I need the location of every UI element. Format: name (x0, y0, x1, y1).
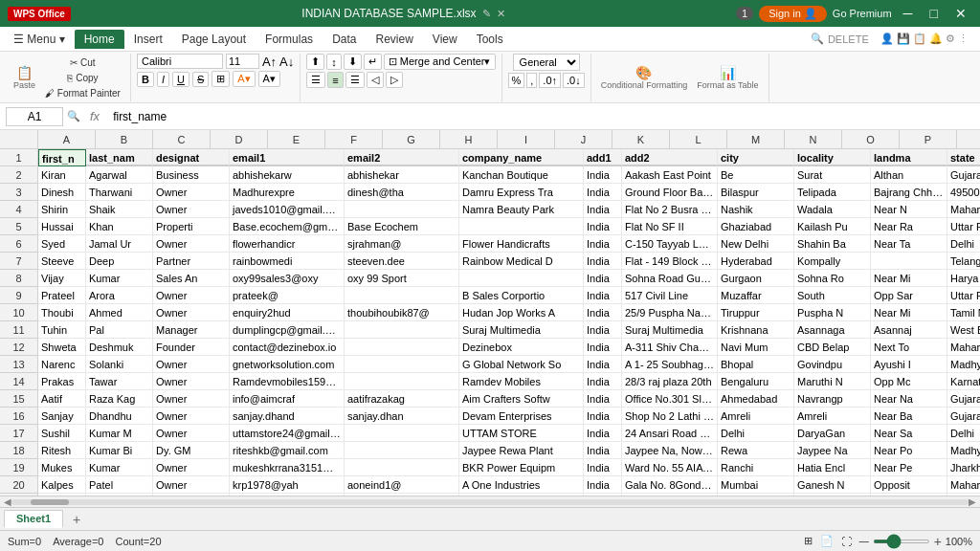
data-cell[interactable]: Nashik (718, 201, 794, 218)
data-cell[interactable]: Kumar (86, 459, 153, 476)
corner-cell[interactable] (0, 130, 38, 149)
decrease-decimal-button[interactable]: .0↓ (563, 73, 585, 88)
formulas-tab[interactable]: Formulas (256, 30, 323, 49)
data-cell[interactable]: Tamil N (947, 304, 980, 321)
data-cell[interactable]: Suraj Multimedia (622, 321, 718, 339)
data-cell[interactable] (345, 339, 459, 356)
data-cell[interactable]: Gujara (947, 408, 980, 425)
data-cell[interactable]: Near Sa (871, 425, 947, 442)
data-cell[interactable]: Navrangp (794, 390, 871, 408)
data-cell[interactable]: Office No.301 Sloka (622, 390, 718, 408)
data-cell[interactable]: Patel (86, 476, 153, 494)
data-cell[interactable]: Owner (153, 390, 230, 408)
data-cell[interactable]: Near Ta (871, 235, 947, 253)
row-header-10[interactable]: 10 (0, 304, 38, 321)
data-cell[interactable]: Steeve (38, 253, 86, 270)
increase-decimal-button[interactable]: .0↑ (539, 73, 561, 88)
menu-tab[interactable]: ☰ Menu ▾ (4, 30, 75, 49)
data-cell[interactable]: Amreli (718, 408, 794, 425)
data-cell[interactable]: Owner (153, 304, 230, 321)
data-cell[interactable]: Khan (86, 218, 153, 235)
zoom-out-button[interactable]: ─ (859, 534, 869, 549)
data-cell[interactable]: Properti (153, 218, 230, 235)
data-cell[interactable]: Amreli (794, 408, 871, 425)
data-cell[interactable]: Puspha N (794, 304, 871, 321)
data-cell[interactable]: Madhy (947, 356, 980, 373)
expand-icon[interactable]: 🔍 (67, 110, 80, 122)
row-header-12[interactable]: 12 (0, 339, 38, 356)
data-cell[interactable]: 495001 (947, 184, 980, 201)
data-cell[interactable]: Partner (153, 253, 230, 270)
data-cell[interactable]: India (584, 390, 622, 408)
data-cell[interactable]: Opposit (871, 476, 947, 494)
data-cell[interactable]: Ramdevmobiles1598@gm (230, 373, 345, 390)
data-cell[interactable]: Thoubi (38, 304, 86, 321)
data-cell[interactable]: Hyderabad (718, 253, 794, 270)
data-cell[interactable]: Ganesh N (794, 476, 871, 494)
italic-button[interactable]: I (157, 72, 169, 87)
maximize-button[interactable]: □ (924, 6, 944, 21)
data-cell[interactable]: Maruthi N (794, 373, 871, 390)
data-cell[interactable]: Business (153, 166, 230, 184)
cell-reference-input[interactable] (6, 107, 63, 126)
data-cell[interactable]: India (584, 253, 622, 270)
data-cell[interactable]: Next To (871, 339, 947, 356)
data-cell[interactable]: Suraj Multimedia (459, 321, 584, 339)
data-cell[interactable]: India (584, 373, 622, 390)
wrap-text-button[interactable]: ↵ (364, 54, 382, 70)
data-cell[interactable]: Surat (794, 166, 871, 184)
data-cell[interactable]: India (584, 235, 622, 253)
data-cell[interactable]: Namra Beauty Park (459, 201, 584, 218)
data-cell[interactable]: Ritesh (38, 442, 86, 459)
data-cell[interactable]: UTTAM STORE (459, 425, 584, 442)
data-cell[interactable]: Mahar (947, 339, 980, 356)
data-cell[interactable]: Bajrang Chhatt (871, 184, 947, 201)
data-cell[interactable]: prateek@ (230, 287, 345, 304)
data-cell[interactable]: Narenc (38, 356, 86, 373)
data-cell[interactable]: India (584, 476, 622, 494)
data-cell[interactable]: BKR Power Equipm (459, 459, 584, 476)
data-cell[interactable]: Tiruppur (718, 304, 794, 321)
align-bottom-button[interactable]: ⬇ (344, 54, 362, 70)
data-tab[interactable]: Data (323, 30, 366, 49)
row-header-16[interactable]: 16 (0, 408, 38, 425)
row-header-15[interactable]: 15 (0, 390, 38, 408)
data-cell[interactable]: Tuhin (38, 321, 86, 339)
data-cell[interactable]: India (584, 321, 622, 339)
data-cell[interactable]: Owner (153, 408, 230, 425)
data-cell[interactable]: Althan (871, 166, 947, 184)
data-cell[interactable]: info@aimcraf (230, 390, 345, 408)
data-cell[interactable]: A 1- 25 Soubhagya N (622, 356, 718, 373)
formula-input[interactable] (109, 108, 974, 125)
data-cell[interactable]: sanjay.dhand (230, 408, 345, 425)
sign-in-button[interactable]: Sign in 👤 (759, 6, 827, 22)
col-header-p[interactable]: P (900, 130, 957, 149)
header-cell-add2[interactable]: add2 (622, 149, 718, 166)
fill-color-button[interactable]: A▾ (233, 71, 255, 87)
data-cell[interactable]: South (794, 287, 871, 304)
data-cell[interactable]: uttamstore24@gmail.com (230, 425, 345, 442)
row-header-13[interactable]: 13 (0, 356, 38, 373)
row-header-6[interactable]: 6 (0, 235, 38, 253)
data-cell[interactable]: Be (718, 166, 794, 184)
comma-button[interactable]: , (526, 73, 537, 88)
data-cell[interactable]: Ramdev Mobiles (459, 373, 584, 390)
home-tab[interactable]: Home (75, 30, 124, 49)
horizontal-scrollbar[interactable]: ◀ ▶ (0, 496, 980, 507)
data-cell[interactable]: Base Ecochem (345, 218, 459, 235)
font-shrink-icon[interactable]: A↓ (279, 55, 294, 69)
data-cell[interactable]: Owner (153, 287, 230, 304)
col-header-n[interactable]: N (785, 130, 842, 149)
font-family-input[interactable] (137, 54, 223, 69)
view-fullscreen-icon[interactable]: ⛶ (841, 536, 852, 547)
data-cell[interactable]: Asannaga (794, 321, 871, 339)
data-cell[interactable]: Owner (153, 201, 230, 218)
data-cell[interactable]: Kumar (86, 270, 153, 287)
align-top-button[interactable]: ⬆ (306, 54, 324, 70)
col-header-l[interactable]: L (670, 130, 727, 149)
data-cell[interactable]: Sanjay (38, 408, 86, 425)
data-cell[interactable]: flowerhandicr (230, 235, 345, 253)
data-cell[interactable]: Jharkh (947, 459, 980, 476)
col-header-e[interactable]: E (268, 130, 325, 149)
minimize-button[interactable]: ─ (898, 6, 919, 21)
